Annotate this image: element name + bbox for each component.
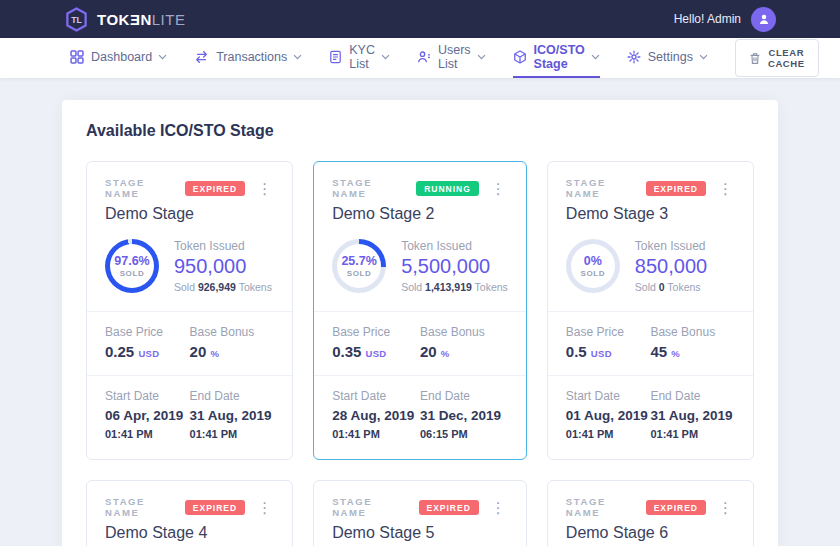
base-bonus-value: 45 %: [650, 343, 735, 360]
clear-cache-label: CLEAR CACHE: [768, 47, 805, 69]
stage-name-label: STAGE NAME: [332, 496, 408, 518]
chevron-down-icon: [699, 54, 708, 60]
grid-icon: [70, 50, 84, 64]
chevron-down-icon: [381, 54, 390, 60]
kebab-menu-icon[interactable]: ⋮: [716, 500, 735, 515]
token-issued-amount: 5,500,000: [401, 255, 508, 278]
stage-card: STAGE NAME RUNNING ⋮ Demo Stage 2 25.7% …: [313, 161, 527, 460]
clear-cache-button[interactable]: CLEAR CACHE: [735, 39, 819, 77]
status-badge: EXPIRED: [185, 500, 245, 515]
kebab-menu-icon[interactable]: ⋮: [255, 181, 274, 196]
brand-logo-icon: TL: [64, 7, 89, 32]
main-nav: Dashboard Transactions KYC List Users Li…: [0, 38, 840, 78]
stage-title: Demo Stage 2: [332, 205, 508, 223]
chevron-down-icon: [477, 54, 486, 60]
base-price-label: Base Price: [332, 325, 420, 339]
top-header: TL TOKƎNLITE Hello! Admin: [0, 0, 840, 38]
kebab-menu-icon[interactable]: ⋮: [489, 181, 508, 196]
stage-cards-grid: STAGE NAME EXPIRED ⋮ Demo Stage 97.6% SO…: [86, 161, 754, 546]
chevron-down-icon: [591, 54, 600, 60]
kebab-menu-icon[interactable]: ⋮: [716, 181, 735, 196]
stage-name-label: STAGE NAME: [105, 496, 175, 518]
stage-card: STAGE NAME EXPIRED ⋮ Demo Stage 5 0% SOL…: [313, 480, 527, 546]
brand[interactable]: TL TOKƎNLITE: [64, 7, 185, 32]
sold-tokens-line: Sold 1,413,919 Tokens: [401, 281, 508, 293]
base-price-label: Base Price: [566, 325, 651, 339]
token-issued-label: Token Issued: [174, 239, 272, 253]
base-bonus-label: Base Bonus: [650, 325, 735, 339]
base-bonus-value: 20 %: [420, 343, 508, 360]
end-date-label: End Date: [650, 389, 735, 403]
progress-ring: 25.7% SOLD: [332, 239, 386, 293]
stage-name-label: STAGE NAME: [332, 177, 406, 199]
stage-card: STAGE NAME EXPIRED ⋮ Demo Stage 3 0% SOL…: [547, 161, 754, 460]
progress-ring: 97.6% SOLD: [105, 239, 159, 293]
end-date-label: End Date: [420, 389, 508, 403]
start-date-value: 06 Apr, 2019 01:41 PM: [105, 407, 190, 443]
stage-name-label: STAGE NAME: [566, 496, 636, 518]
stage-name-label: STAGE NAME: [566, 177, 636, 199]
base-bonus-label: Base Bonus: [190, 325, 275, 339]
sold-tokens-line: Sold 0 Tokens: [635, 281, 707, 293]
person-icon: [757, 12, 771, 26]
trash-icon: [749, 52, 761, 65]
chevron-down-icon: [158, 54, 167, 60]
stage-panel: Available ICO/STO Stage STAGE NAME EXPIR…: [62, 100, 778, 546]
gear-icon: [627, 50, 641, 64]
base-price-label: Base Price: [105, 325, 190, 339]
start-date-label: Start Date: [105, 389, 190, 403]
end-date-value: 31 Dec, 201906:15 PM: [420, 407, 508, 443]
nav-item-dashboard[interactable]: Dashboard: [70, 38, 167, 78]
svg-text:TL: TL: [71, 14, 82, 24]
base-price-value: 0.5 USD: [566, 343, 651, 360]
stage-title: Demo Stage 6: [566, 524, 735, 542]
end-date-label: End Date: [190, 389, 275, 403]
progress-percent: 25.7%: [341, 254, 376, 268]
token-issued-amount: 950,000: [174, 255, 272, 278]
stage-card: STAGE NAME EXPIRED ⋮ Demo Stage 97.6% SO…: [86, 161, 293, 460]
swap-arrows-icon: [194, 50, 209, 64]
stage-title: Demo Stage 5: [332, 524, 508, 542]
stage-card: STAGE NAME EXPIRED ⋮ Demo Stage 4 0% SOL…: [86, 480, 293, 546]
brand-name: TOKƎNLITE: [97, 11, 185, 28]
sold-label: SOLD: [581, 269, 606, 278]
nav-item-settings[interactable]: Settings: [627, 38, 708, 78]
nav-item-kyc-list[interactable]: KYC List: [329, 38, 390, 78]
sold-tokens-line: Sold 926,949 Tokens: [174, 281, 272, 293]
base-bonus-value: 20 %: [190, 343, 275, 360]
token-issued-label: Token Issued: [635, 239, 707, 253]
document-list-icon: [329, 50, 342, 64]
kebab-menu-icon[interactable]: ⋮: [255, 500, 274, 515]
base-price-value: 0.35 USD: [332, 343, 420, 360]
nav-item-users-list[interactable]: Users List: [417, 38, 486, 78]
status-badge: RUNNING: [416, 181, 479, 196]
nav-item-transactions[interactable]: Transactions: [194, 38, 302, 78]
status-badge: EXPIRED: [419, 500, 479, 515]
progress-ring: 0% SOLD: [566, 239, 620, 293]
stage-title: Demo Stage: [105, 205, 274, 223]
content-area: Available ICO/STO Stage STAGE NAME EXPIR…: [0, 78, 840, 546]
page-title: Available ICO/STO Stage: [86, 122, 754, 140]
sold-label: SOLD: [120, 269, 145, 278]
status-badge: EXPIRED: [646, 500, 706, 515]
chevron-down-icon: [293, 54, 302, 60]
start-date-value: 01 Aug, 2019 01:41 PM: [566, 407, 651, 443]
end-date-value: 31 Aug, 201901:41 PM: [650, 407, 735, 443]
stage-title: Demo Stage 4: [105, 524, 274, 542]
stage-card: STAGE NAME EXPIRED ⋮ Demo Stage 6 0% SOL…: [547, 480, 754, 546]
token-issued-label: Token Issued: [401, 239, 508, 253]
progress-percent: 97.6%: [114, 254, 149, 268]
base-bonus-label: Base Bonus: [420, 325, 508, 339]
base-price-value: 0.25 USD: [105, 343, 190, 360]
stage-title: Demo Stage 3: [566, 205, 735, 223]
token-issued-amount: 850,000: [635, 255, 707, 278]
stage-name-label: STAGE NAME: [105, 177, 175, 199]
user-avatar[interactable]: [751, 7, 776, 32]
end-date-value: 31 Aug, 201901:41 PM: [190, 407, 275, 443]
nav-item-ico-sto-stage[interactable]: ICO/STO Stage: [513, 38, 600, 78]
start-date-label: Start Date: [566, 389, 651, 403]
user-icon: [417, 50, 431, 64]
greeting-text: Hello! Admin: [674, 12, 741, 26]
kebab-menu-icon[interactable]: ⋮: [489, 500, 508, 515]
progress-percent: 0%: [584, 254, 602, 268]
